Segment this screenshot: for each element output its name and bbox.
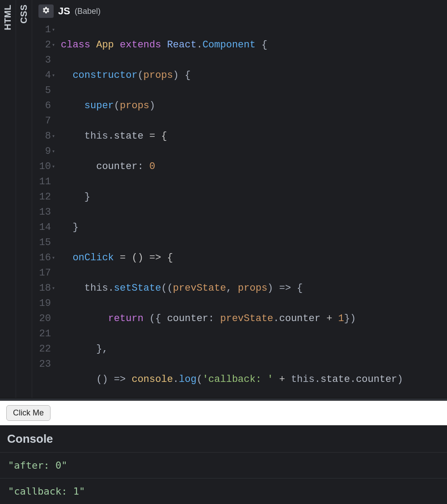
console-line: "after: 0" <box>0 452 447 478</box>
console-line: "callback: 1" <box>0 478 447 504</box>
panel-title: JS <box>58 5 70 17</box>
editor-header: JS (Babel) <box>32 0 447 21</box>
console-output: "after: 0" "callback: 1" <box>0 452 447 504</box>
code-lines: class App extends React.Component { cons… <box>58 22 447 398</box>
panel-subtitle: (Babel) <box>75 7 101 16</box>
tab-css[interactable]: CSS <box>16 0 32 398</box>
js-editor-panel: JS (Babel) 1▾2▾34▾5678▾9▾10▾111213141516… <box>32 0 447 398</box>
console-title[interactable]: Console <box>0 425 447 452</box>
gear-icon <box>42 6 50 16</box>
tab-html[interactable]: HTML <box>0 0 16 398</box>
line-gutter: 1▾2▾34▾5678▾9▾10▾111213141516▾1718▾19202… <box>32 22 58 398</box>
code-editor[interactable]: 1▾2▾34▾5678▾9▾10▾111213141516▾1718▾19202… <box>32 21 447 398</box>
preview-click-me-button[interactable]: Click Me <box>6 405 51 421</box>
collapsed-panels: HTML CSS <box>0 0 32 398</box>
preview-pane: Click Me <box>0 401 447 425</box>
settings-button[interactable] <box>38 4 54 18</box>
